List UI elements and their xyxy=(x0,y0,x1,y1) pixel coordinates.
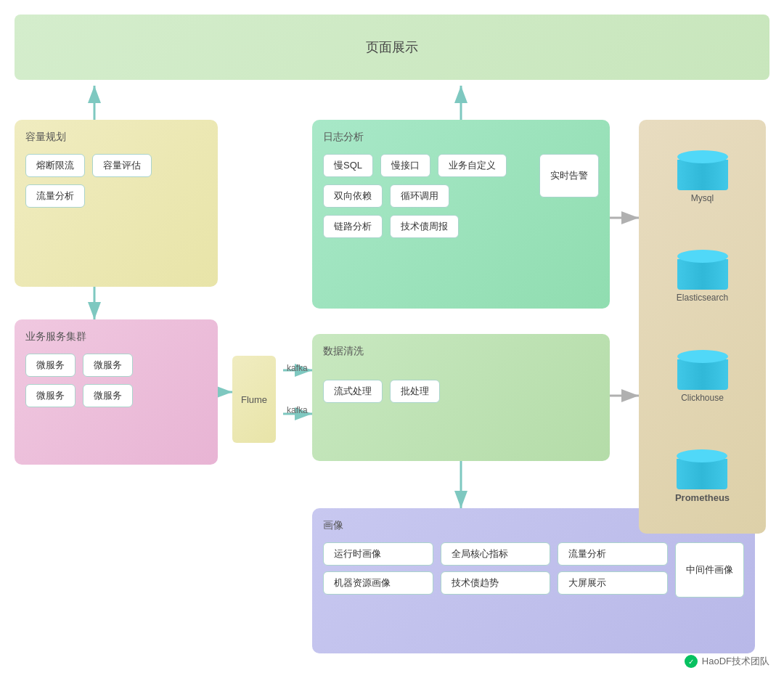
db-item-mysql: Mysql xyxy=(677,150,728,203)
chip-realtime-alert: 实时告警 xyxy=(539,154,599,197)
page-display-title: 页面展示 xyxy=(366,38,418,56)
chip-microservice-3: 微服务 xyxy=(25,384,75,407)
chip-traffic-analysis: 流量分析 xyxy=(558,542,668,566)
data-cleaning-chips: 流式处理 批处理 xyxy=(323,380,599,403)
chip-machine-portrait: 机器资源画像 xyxy=(323,571,433,595)
chip-bidirectional: 双向依赖 xyxy=(323,184,383,208)
log-analysis-title: 日志分析 xyxy=(323,131,599,144)
chip-fuse-limit: 熔断限流 xyxy=(25,154,85,177)
biz-cluster-title: 业务服务集群 xyxy=(25,330,207,343)
log-chips-row1: 慢SQL 慢接口 业务自定义 xyxy=(323,154,532,177)
chip-link-analysis: 链路分析 xyxy=(323,215,383,238)
db-item-clickhouse: Clickhouse xyxy=(677,350,728,403)
db-label-clickhouse: Clickhouse xyxy=(681,393,724,403)
chip-biz-custom: 业务自定义 xyxy=(438,154,507,177)
chip-microservice-4: 微服务 xyxy=(83,384,133,407)
chip-capacity-eval: 容量评估 xyxy=(92,154,152,177)
db-cylinder-elasticsearch xyxy=(677,250,728,290)
db-item-prometheus: Prometheus xyxy=(675,449,730,503)
chip-tech-debt-trend: 技术债趋势 xyxy=(441,571,551,595)
chip-stream-process: 流式处理 xyxy=(323,380,383,403)
biz-chips-row1: 微服务 微服务 xyxy=(25,354,207,377)
kafka-label-2: kafka xyxy=(287,405,308,415)
log-analysis-box: 日志分析 慢SQL 慢接口 业务自定义 双向依赖 循环调用 链路分析 技术债周报… xyxy=(312,120,610,309)
db-cylinder-prometheus xyxy=(677,449,727,489)
db-label-prometheus: Prometheus xyxy=(675,492,730,503)
kafka-label-1: kafka xyxy=(287,363,308,373)
flume-box: Flume xyxy=(232,356,276,443)
log-chips-row3: 链路分析 技术债周报 xyxy=(323,215,532,238)
chip-middleware-portrait: 中间件画像 xyxy=(675,542,744,598)
chip-runtime-portrait: 运行时画像 xyxy=(323,542,433,566)
db-item-elasticsearch: Elasticsearch xyxy=(677,250,728,303)
chip-tech-debt: 技术债周报 xyxy=(390,215,459,238)
data-cleaning-box: 数据清洗 流式处理 批处理 xyxy=(312,334,610,461)
db-cylinder-clickhouse xyxy=(677,350,728,390)
capacity-planning-title: 容量规划 xyxy=(25,131,207,144)
chip-microservice-2: 微服务 xyxy=(83,354,133,377)
data-cleaning-title: 数据清洗 xyxy=(323,345,599,358)
chip-global-core: 全局核心指标 xyxy=(441,542,551,566)
storage-box: Mysql Elasticsearch Clickhouse Prometheu… xyxy=(639,120,766,534)
biz-cluster-box: 业务服务集群 微服务 微服务 微服务 微服务 xyxy=(15,319,218,465)
page-display-box: 页面展示 xyxy=(15,15,769,80)
db-label-mysql: Mysql xyxy=(691,193,714,203)
chip-batch-process: 批处理 xyxy=(390,380,440,403)
capacity-chips-row1: 熔断限流 容量评估 xyxy=(25,154,207,177)
chip-flow-analysis: 流量分析 xyxy=(25,184,85,208)
wechat-icon: ✓ xyxy=(685,655,698,668)
flume-label: Flume xyxy=(241,394,267,405)
chip-slow-api: 慢接口 xyxy=(380,154,430,177)
biz-chips-row2: 微服务 微服务 xyxy=(25,384,207,407)
db-label-elasticsearch: Elasticsearch xyxy=(677,293,728,303)
capacity-planning-box: 容量规划 熔断限流 容量评估 流量分析 xyxy=(15,120,218,287)
chip-big-screen: 大屏展示 xyxy=(558,571,668,595)
log-chips-row2: 双向依赖 循环调用 xyxy=(323,184,532,208)
capacity-chips-row2: 流量分析 xyxy=(25,184,207,208)
chip-circular-call: 循环调用 xyxy=(390,184,449,208)
chip-slow-sql: 慢SQL xyxy=(323,154,373,177)
watermark: ✓ HaoDF技术团队 xyxy=(685,655,769,668)
chip-microservice-1: 微服务 xyxy=(25,354,75,377)
db-cylinder-mysql xyxy=(677,150,728,190)
watermark-text: HaoDF技术团队 xyxy=(702,655,769,668)
